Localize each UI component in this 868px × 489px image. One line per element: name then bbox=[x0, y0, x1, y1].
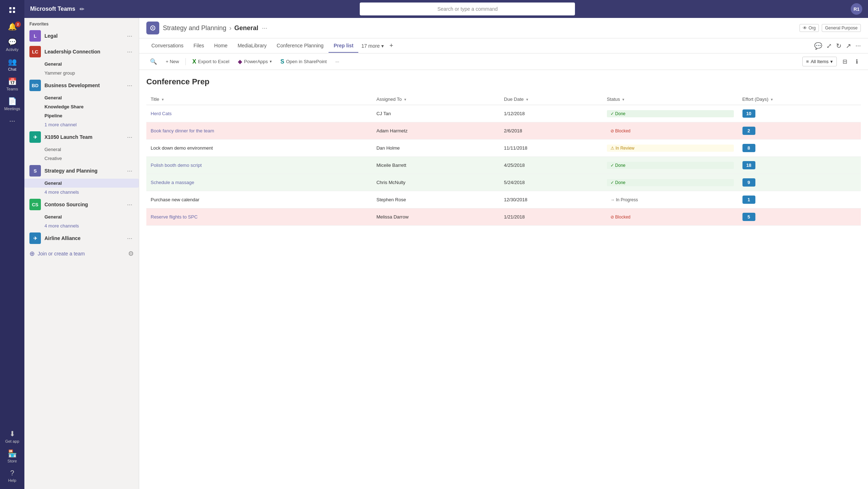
svg-rect-3 bbox=[13, 11, 15, 13]
bizdev-more[interactable]: ··· bbox=[126, 81, 134, 90]
sharepoint-label: Open in SharePoint bbox=[286, 59, 326, 64]
expand-icon[interactable]: ⤢ bbox=[826, 42, 832, 50]
tab-add[interactable]: + bbox=[387, 38, 396, 53]
tab-prep-list[interactable]: Prep list bbox=[329, 39, 358, 53]
toolbar-more-button[interactable]: ··· bbox=[332, 57, 343, 66]
chat-bubble-icon[interactable]: 💬 bbox=[814, 42, 822, 50]
org-badge[interactable]: 👁 Org bbox=[799, 24, 819, 32]
channel-item-cs-more[interactable]: 4 more channels bbox=[24, 221, 139, 230]
sidebar-item-getapp[interactable]: ⬇ Get app bbox=[0, 427, 24, 446]
tab-bar-right: 💬 ⤢ ↻ ↗ ··· bbox=[814, 42, 861, 50]
status-sort-icon: ▾ bbox=[622, 97, 624, 102]
all-items-button[interactable]: ≡ All Items ▾ bbox=[802, 57, 837, 66]
channel-item-cs-general[interactable]: General bbox=[24, 212, 139, 221]
airline-more[interactable]: ··· bbox=[126, 234, 134, 243]
channel-item-bd-pipeline[interactable]: Pipeline bbox=[24, 111, 139, 120]
x1050-more[interactable]: ··· bbox=[126, 133, 134, 142]
sidebar-item-store[interactable]: 🏪 Store bbox=[0, 446, 24, 466]
new-button[interactable]: + New bbox=[162, 57, 183, 66]
col-header-effort[interactable]: Effort (Days) ▾ bbox=[738, 94, 861, 105]
team-item-legal[interactable]: L Legal ··· bbox=[24, 28, 139, 44]
title-link[interactable]: Polish booth demo script bbox=[151, 163, 202, 168]
compose-icon[interactable]: ✏ bbox=[80, 6, 84, 13]
store-label: Store bbox=[8, 459, 17, 463]
sidebar-item-activity[interactable]: 2 🔔 bbox=[0, 19, 24, 35]
leadership-avatar: LC bbox=[29, 46, 41, 57]
channel-item-lc-general[interactable]: General bbox=[24, 60, 139, 69]
leadership-more[interactable]: ··· bbox=[126, 47, 134, 56]
team-item-contoso[interactable]: CS Contoso Sourcing ··· bbox=[24, 197, 139, 212]
title-link[interactable]: Reserve flights to SPC bbox=[151, 214, 198, 220]
tab-more[interactable]: 17 more ▾ bbox=[358, 39, 386, 52]
sidebar-item-files[interactable]: 📄 Meetings bbox=[0, 94, 24, 114]
channel-item-x1050-general[interactable]: General bbox=[24, 145, 139, 154]
effort-badge: 18 bbox=[742, 161, 755, 169]
effort-badge: 1 bbox=[742, 196, 755, 204]
table-row: Purchase new calendarStephen Rose12/30/2… bbox=[146, 191, 861, 208]
join-create-team[interactable]: ⊕ Join or create a team ⚙ bbox=[24, 246, 139, 261]
meetings-label: Teams bbox=[6, 87, 18, 91]
team-item-strategy[interactable]: S Strategy and Planning ··· bbox=[24, 163, 139, 179]
sidebar-item-more[interactable]: ··· bbox=[0, 114, 24, 129]
channel-item-bd-general[interactable]: General bbox=[24, 93, 139, 102]
gear-icon[interactable]: ⚙ bbox=[128, 250, 134, 258]
export-to-excel-button[interactable]: X Export to Excel bbox=[189, 57, 233, 67]
tab-conversations[interactable]: Conversations bbox=[146, 39, 189, 53]
favorites-label: Favorites bbox=[24, 18, 139, 28]
search-button[interactable]: 🔍 bbox=[146, 56, 161, 67]
powerapps-button[interactable]: ◆ PowerApps ▾ bbox=[234, 56, 275, 67]
tab-more-icon[interactable]: ··· bbox=[855, 42, 861, 50]
legal-more[interactable]: ··· bbox=[126, 32, 134, 41]
tab-medialibrary[interactable]: MediaLibrary bbox=[232, 39, 272, 53]
cell-effort: 10 bbox=[738, 105, 861, 122]
duedate-sort-icon: ▾ bbox=[526, 97, 528, 102]
channel-item-bd-knowledge[interactable]: Knowledge Share bbox=[24, 102, 139, 111]
tab-files[interactable]: Files bbox=[189, 39, 209, 53]
channel-item-bd-more[interactable]: 1 more channel bbox=[24, 120, 139, 129]
tab-conference-planning[interactable]: Conference Planning bbox=[272, 39, 329, 53]
channel-item-strategy-more[interactable]: 4 more channels bbox=[24, 188, 139, 197]
title-link[interactable]: Herd Cats bbox=[151, 111, 172, 116]
channel-dots[interactable]: ··· bbox=[262, 24, 267, 32]
channel-item-lc-yammer[interactable]: Yammer group bbox=[24, 69, 139, 77]
status-badge: → In Progress bbox=[607, 196, 734, 203]
app-grid-icon[interactable] bbox=[5, 3, 19, 17]
teams-label: Chat bbox=[8, 67, 16, 71]
channel-item-strategy-general[interactable]: General bbox=[24, 179, 139, 188]
cell-assigned-to: Melissa Darrow bbox=[372, 208, 500, 226]
contoso-more[interactable]: ··· bbox=[126, 200, 134, 209]
team-item-bizdev[interactable]: BD Business Development ··· bbox=[24, 77, 139, 93]
col-header-assigned[interactable]: Assigned To ▾ bbox=[372, 94, 500, 105]
col-header-status[interactable]: Status ▾ bbox=[603, 94, 738, 105]
sharepoint-button[interactable]: S Open in SharePoint bbox=[277, 57, 330, 67]
sidebar-item-meetings[interactable]: 📅 Teams bbox=[0, 74, 24, 94]
title-link[interactable]: Book fancy dinner for the team bbox=[151, 128, 214, 133]
cell-effort: 5 bbox=[738, 208, 861, 226]
user-avatar[interactable]: R1 bbox=[851, 3, 862, 15]
cell-effort: 2 bbox=[738, 122, 861, 140]
cell-due-date: 1/12/2018 bbox=[500, 105, 603, 122]
info-button[interactable]: ℹ bbox=[853, 56, 861, 67]
svg-rect-2 bbox=[9, 11, 11, 13]
search-input[interactable] bbox=[360, 3, 575, 15]
sidebar-item-teams[interactable]: 👥 Chat bbox=[0, 55, 24, 74]
icon-bar: 2 🔔 💬 Activity 👥 Chat 📅 Teams 📄 Meetings… bbox=[0, 0, 24, 489]
col-header-title[interactable]: Title ▾ bbox=[146, 94, 372, 105]
icon-bar-bottom: ⬇ Get app 🏪 Store ? Help bbox=[0, 427, 24, 489]
share-icon[interactable]: ↗ bbox=[846, 42, 851, 50]
sidebar-item-chat[interactable]: 💬 Activity bbox=[0, 35, 24, 55]
all-items-icon: ≡ bbox=[806, 59, 809, 64]
title-link[interactable]: Schedule a massage bbox=[151, 180, 194, 185]
team-item-leadership[interactable]: LC Leadership Connection ··· bbox=[24, 44, 139, 60]
team-item-airline[interactable]: ✈ Airline Alliance ··· bbox=[24, 230, 139, 246]
team-item-x1050[interactable]: ✈ X1050 Launch Team ··· bbox=[24, 129, 139, 145]
chevron-down-icon: ▾ bbox=[381, 43, 384, 49]
strategy-more[interactable]: ··· bbox=[126, 166, 134, 175]
refresh-icon[interactable]: ↻ bbox=[836, 42, 841, 50]
contoso-avatar: CS bbox=[29, 199, 41, 210]
channel-item-x1050-creative[interactable]: Creative bbox=[24, 154, 139, 163]
col-header-duedate[interactable]: Due Date ▾ bbox=[500, 94, 603, 105]
sidebar-item-help[interactable]: ? Help bbox=[0, 466, 24, 485]
tab-home[interactable]: Home bbox=[209, 39, 232, 53]
filter-button[interactable]: ⊟ bbox=[840, 56, 850, 67]
